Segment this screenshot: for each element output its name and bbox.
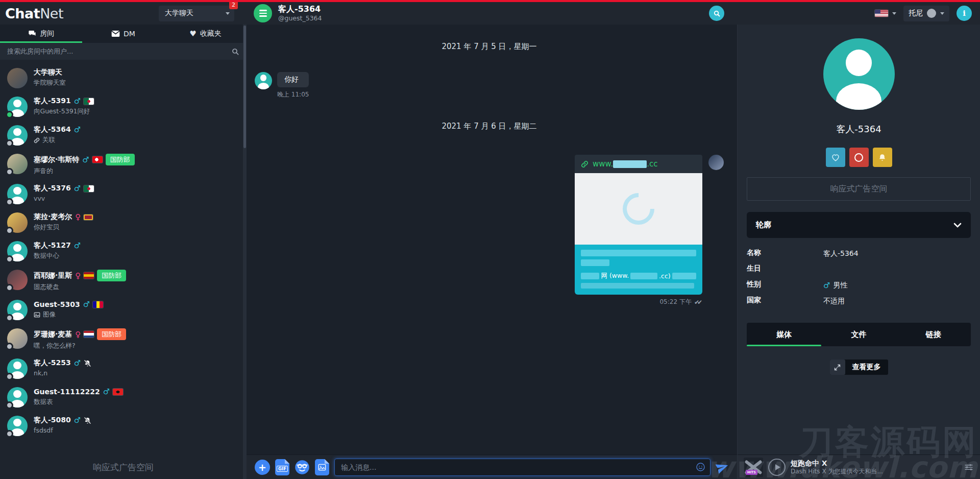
room-select-dropdown[interactable]: 大学聊天 2 [159,6,234,21]
last-message: 关联 [42,136,55,145]
info-button[interactable]: i [957,6,972,21]
search-icon [231,47,239,56]
user-name: 客人-5080 [34,416,71,425]
header-sidebar-section: ChatNet 大学聊天 2 [0,2,247,25]
status-dot [6,314,13,322]
header-chat-section: 客人-5364 @guest_5364 [247,2,738,25]
chat-messages: 2021 年 7 月 5 日，星期一 你好 晚上 11:05 2021 年 7 … [247,25,737,454]
last-message: 声音的 [34,167,53,176]
message-time: 晚上 11:05 [277,90,309,99]
male-icon: ♂ [823,281,830,290]
app-header: ChatNet 大学聊天 2 客人-5364 @guest_5364 [0,2,980,25]
user-list-item[interactable]: 大学聊天 学院聊天室 [0,64,247,92]
profile-ad-placeholder: 响应式广告空间 [747,177,971,201]
user-list-item[interactable]: 客人-5127 ♂ 数据中心 [0,237,247,266]
bell-slash-icon [84,360,91,367]
country-flag-icon [84,331,94,338]
main-row: 房间 DM ♥ 收藏夹 大学聊天 [0,25,980,479]
tab-rooms[interactable]: 房间 [0,25,82,43]
link-text: www..cc [593,159,657,169]
profile-panel-body: 客人-5364 响应式广告空间 轮廓 名称 [738,25,980,454]
chat-search-button[interactable] [709,6,724,21]
send-button[interactable] [716,461,729,474]
notification-button[interactable] [873,148,892,167]
gender-icon: ♂ [103,387,110,396]
link-bubble[interactable]: www..cc [575,155,702,173]
last-message: 数据表 [34,398,53,406]
user-list-item[interactable]: 西耶娜·里斯 ♀ 国防部 固态硬盘 [0,266,247,296]
user-list-item[interactable]: 罗珊娜·麦基 ♀ 国防部 嘿，你怎么样? [0,324,247,354]
play-button[interactable] [768,459,786,476]
sidebar-tabs: 房间 DM ♥ 收藏夹 [0,25,247,43]
redaction-blur [581,273,599,279]
sticker-button[interactable] [295,460,310,475]
chat-title: 客人-5364 [278,4,322,14]
message-input-wrap [334,459,710,476]
image-upload-button[interactable] [315,459,329,475]
country-flag-icon [92,156,103,163]
message-input[interactable] [334,459,710,476]
date-separator: 2021 年 7 月 5 日，星期一 [442,42,536,52]
user-menu[interactable]: 托尼 [903,6,949,21]
profile-panel: 客人-5364 响应式广告空间 轮廓 名称 [738,25,980,479]
hits-label: HITS [746,470,757,475]
user-list-item[interactable]: 客人-5080 ♂ fsdsdf [0,412,247,440]
country-flag-icon [113,389,123,395]
tab-files[interactable]: 文件 [821,323,896,346]
chain-link-icon [34,137,40,143]
emoji-picker-icon[interactable] [696,462,705,472]
chat-column: 2021 年 7 月 5 日，星期一 你好 晚上 11:05 2021 年 7 … [247,25,738,479]
gender-icon: ♂ [74,184,81,193]
plus-icon: + [258,462,266,473]
preview-footer: 网 (www. .cc) [575,245,702,295]
tab-links[interactable]: 链接 [896,323,971,346]
user-list-item[interactable]: 莱拉·麦考尔 ♀ 你好宝贝 [0,208,247,237]
menu-button[interactable] [254,4,272,22]
country-flag-icon [84,98,94,105]
field-label: 名称 [747,248,823,259]
gif-button[interactable]: GIF [275,459,289,475]
heart-outline-icon [831,153,840,162]
profile-accordion-header[interactable]: 轮廓 [747,212,971,238]
sidebar-search-bar [0,43,247,60]
search-input[interactable] [7,47,226,55]
status-dot [6,198,13,206]
scrollbar-thumb[interactable] [243,26,246,148]
chain-link-icon [581,160,589,168]
tab-media[interactable]: 媒体 [747,323,821,346]
language-dropdown[interactable] [875,10,896,17]
profile-tabs: 媒体 文件 链接 [747,323,971,346]
profile-field-row: 国家 不适用 [747,296,971,306]
user-list: 大学聊天 学院聊天室 客人-5391 ♂ [0,60,247,456]
user-name: Guest-11112222 [34,388,100,396]
profile-field-row: 生日 [747,264,971,275]
country-flag-icon [93,301,103,308]
user-list-item[interactable]: 客人-5364 ♂ 关联 [0,121,247,150]
user-list-item[interactable]: 客人-5376 ♂ vvv [0,180,247,208]
avatar [708,155,724,170]
user-list-item[interactable]: 客人-5253 ♂ nk,n [0,354,247,383]
block-button[interactable] [849,148,869,167]
info-icon: i [963,9,966,18]
equalizer-icon[interactable] [964,462,974,472]
attach-button[interactable]: + [255,460,270,475]
last-message: 学院聊天室 [34,79,66,87]
avatar [7,68,28,88]
user-list-item[interactable]: 客人-5391 ♂ 向Guest-5391问好 [0,92,247,121]
see-more-button[interactable]: 查看更多 [830,360,888,375]
image-icon [318,464,326,471]
status-dot [6,139,13,147]
user-list-item[interactable]: 塞缪尔·韦斯特 ♂ 国防部 声音的 [0,150,247,180]
date-separator: 2021 年 7 月 6 日，星期二 [442,122,536,131]
status-dot [6,168,13,176]
profile-fields: 名称 客人-5364 生日 性别 ♂男性 国家 不适用 [747,248,971,312]
last-message: 嘿，你怎么样? [34,342,76,350]
tab-dm[interactable]: DM [82,25,164,43]
link-preview-card[interactable]: 网 (www. .cc) [575,173,702,295]
redaction-bar [581,250,696,256]
user-list-item[interactable]: Guest-5303 ♂ 图像 [0,296,247,324]
user-list-item[interactable]: Guest-11112222 ♂ 数据表 [0,383,247,412]
like-button[interactable] [826,148,845,167]
tab-favorites[interactable]: ♥ 收藏夹 [164,25,247,43]
user-name: 大学聊天 [34,68,62,77]
